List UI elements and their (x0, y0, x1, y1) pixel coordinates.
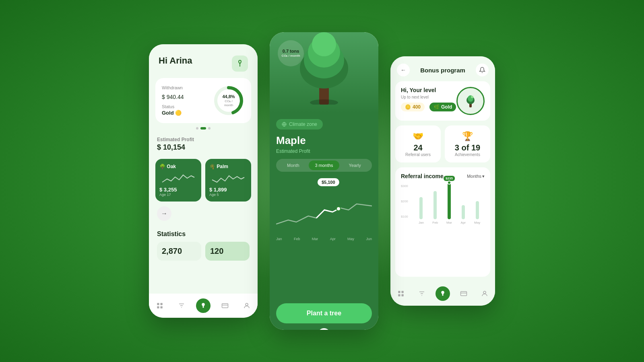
tree-card-palm-price: $ 1,899 (209, 187, 247, 193)
svg-rect-27 (402, 291, 404, 293)
s3-months-select[interactable]: Months ▾ (467, 174, 485, 179)
bar-feb-label: Feb (432, 221, 438, 224)
s3-stat-achievements: 🏆 3 of 19 Achievements (445, 125, 490, 162)
donut-sub: CO₂ / month (221, 99, 237, 107)
s3-stat-referral: 🤝 24 Referral users (395, 125, 441, 162)
s3-level-card: Hi, Your level Up to next level 🪙 400 🌿 … (395, 81, 490, 121)
s1-balance-info: Withdrawn $ 940.44 Status Gold 🟡 (162, 85, 184, 116)
s3-nav-filter[interactable] (415, 286, 429, 301)
svg-point-37 (483, 291, 486, 294)
nav-tree[interactable] (196, 298, 211, 313)
s1-plant-icon-btn[interactable] (232, 56, 248, 72)
tree-card-oak-name: 🌳 Oak (159, 164, 197, 169)
s3-hi-level: Hi, Your level (401, 87, 456, 93)
tree-card-oak-price: $ 3,255 (159, 187, 197, 193)
s3-referral-num: 24 (401, 143, 435, 152)
donut-value: 44,8% (221, 94, 237, 99)
screen-1: Hi Arina Withdrawn $ 940.44 Status Gold … (149, 44, 258, 318)
tree-card-palm-age: Age 5 (209, 193, 247, 197)
s2-tab-month[interactable]: Month (278, 160, 309, 170)
screen-3: ← Bonus program Hi, Your level Up to nex… (390, 56, 495, 306)
s3-nav-tree[interactable] (436, 286, 450, 301)
s3-referral-label: Referral users (401, 152, 435, 157)
s1-profit-amount: $ 10,154 (157, 143, 250, 152)
stat-card-1: 2,870 (157, 242, 201, 261)
bar-apr (462, 205, 465, 219)
svg-rect-28 (398, 294, 400, 296)
svg-point-25 (471, 96, 473, 98)
s1-status-value: Gold 🟡 (162, 110, 184, 116)
s3-bar-chart: Jan Feb $235 Mar (414, 184, 485, 224)
dot-2 (200, 127, 206, 130)
s3-gold-icon: 🌿 (433, 104, 440, 110)
s1-dollar: $ (162, 94, 167, 100)
donut-center: 44,8% CO₂ / month (221, 94, 237, 107)
nav-card[interactable] (218, 298, 232, 313)
bar-jan (419, 197, 423, 219)
dot-3 (208, 127, 211, 130)
screen-2: 0.7 tons CO₂ / month Climate zone Maple … (270, 32, 378, 330)
s3-back-btn[interactable]: ← (397, 64, 410, 76)
s2-tab-3months[interactable]: 3 months (309, 160, 340, 170)
svg-rect-35 (461, 292, 467, 296)
s1-bottom-nav (149, 294, 258, 318)
s3-stats-row: 🤝 24 Referral users 🏆 3 of 19 Achievemen… (395, 125, 490, 162)
svg-rect-34 (442, 294, 444, 296)
svg-rect-5 (161, 306, 163, 309)
tree-card-palm[interactable]: 🌴 Palm $ 1,899 Age 5 (205, 159, 251, 202)
svg-point-19 (310, 99, 338, 105)
s3-referral-icon: 🤝 (401, 131, 435, 142)
bar-feb (433, 191, 437, 219)
bar-mar-dot (447, 181, 451, 185)
s1-stat-title: Statistics (157, 230, 250, 238)
bar-jan-label: Jan (419, 221, 424, 224)
s2-body: Climate zone Maple Estimated Profit Mont… (270, 113, 378, 330)
nav-filter[interactable] (174, 298, 189, 313)
bar-mar (448, 183, 451, 219)
s1-header: Hi Arina (149, 44, 258, 78)
s1-profit-label: Estimated Profit (157, 137, 250, 142)
s1-arrow-btn[interactable]: → (157, 206, 171, 221)
s2-tab-yearly[interactable]: Yearly (339, 160, 370, 170)
s3-nav-card[interactable] (456, 286, 471, 301)
s1-pagination-dots (149, 127, 258, 130)
tree-card-oak-age: Age 17 (159, 193, 197, 197)
coin-icon: 🪙 (405, 104, 411, 110)
bar-group-feb: Feb (429, 191, 441, 224)
svg-point-9 (202, 303, 205, 306)
svg-rect-26 (398, 291, 400, 293)
s3-coin-badge: 🪙 400 (401, 103, 425, 111)
svg-rect-2 (157, 303, 159, 305)
s3-notif-btn[interactable] (476, 64, 489, 76)
screens-container: Hi Arina Withdrawn $ 940.44 Status Gold … (149, 32, 495, 330)
s3-header-title: Bonus program (420, 67, 465, 74)
stat-card-2: 120 (205, 242, 250, 261)
s3-nav-grid[interactable] (394, 286, 408, 301)
bar-group-mar: $235 Mar (444, 183, 455, 224)
stat-card-1-value: 2,870 (162, 247, 196, 256)
bar-may (476, 201, 479, 219)
svg-point-21 (336, 207, 341, 211)
svg-point-18 (312, 32, 336, 56)
s1-donut-chart: 44,8% CO₂ / month (213, 84, 245, 117)
s3-achievement-label: Achievements (450, 152, 485, 157)
tree-chart-palm (209, 171, 247, 185)
s1-tree-cards: 🌳 Oak $ 3,255 Age 17 🌴 Palm $ 1,899 Ag (149, 159, 258, 202)
s1-statistics: Statistics 2,870 120 (149, 226, 258, 263)
s3-achievement-num: 3 of 19 (450, 143, 485, 152)
nav-user[interactable] (239, 298, 254, 313)
s3-y-labels: $300 $200 $100 (401, 184, 408, 218)
s2-climate-badge[interactable]: Climate zone (276, 119, 323, 130)
s3-income-card: Referral income Months ▾ $300 $200 $100 (395, 167, 490, 277)
s2-plant-btn[interactable]: Plant a tree (276, 303, 372, 323)
s2-chart-area: $5,100 Jan Feb Mar Apr May Jun (276, 178, 372, 298)
s3-nav-user[interactable] (477, 286, 492, 301)
nav-grid[interactable] (153, 298, 167, 313)
tree-card-oak[interactable]: 🌳 Oak $ 3,255 Age 17 (155, 159, 201, 202)
s3-gold-badge: 🌿 Gold (429, 103, 456, 111)
svg-rect-11 (222, 304, 228, 308)
s1-balance-card: Withdrawn $ 940.44 Status Gold 🟡 44,8% C… (155, 78, 251, 123)
tree-card-palm-name: 🌴 Palm (209, 164, 247, 169)
bar-apr-label: Apr (461, 221, 466, 224)
s3-bottom-nav (390, 282, 495, 306)
